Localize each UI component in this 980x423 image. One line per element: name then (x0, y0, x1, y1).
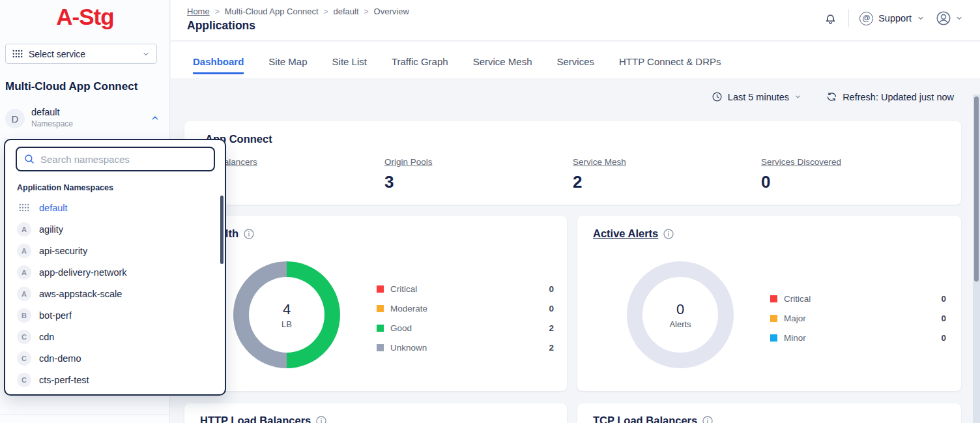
namespace-dropdown-panel: Application Namespaces default A agility… (4, 139, 226, 396)
namespace-item-bot-perf[interactable]: B bot-perf (5, 304, 220, 326)
stat-services-discovered-link[interactable]: Services Discovered (761, 157, 841, 167)
tab-dashboard[interactable]: Dashboard (193, 56, 244, 74)
page-scrollbar-thumb[interactable] (974, 96, 979, 282)
active-alerts-title-link[interactable]: Active Alerts (593, 227, 658, 240)
stat-origin-pools-link[interactable]: Origin Pools (384, 157, 433, 167)
notifications-bell-icon[interactable] (823, 11, 838, 26)
namespace-item-app-delivery-network[interactable]: A app-delivery-network (5, 261, 220, 283)
active-alerts-donut-label: Alerts (669, 319, 691, 329)
tab-site-list[interactable]: Site List (332, 56, 367, 74)
tab-bar: Dashboard Site Map Site List Traffic Gra… (193, 56, 721, 74)
breadcrumb-namespace[interactable]: default (334, 7, 359, 16)
namespace-name: default (31, 107, 60, 117)
moderate-swatch (377, 305, 384, 312)
namespace-item-cdn-demo[interactable]: C cdn-demo (5, 347, 220, 369)
chevron-up-icon (151, 113, 160, 123)
lb-health-donut-label: LB (281, 319, 292, 329)
header-divider (848, 9, 849, 27)
chevron-down-icon (794, 93, 801, 100)
major-swatch (770, 315, 777, 322)
chevron-down-icon (917, 14, 925, 22)
stat-origin-pools: Origin Pools 3 (384, 157, 573, 192)
breadcrumb-home[interactable]: Home (187, 7, 210, 16)
tab-site-map[interactable]: Site Map (268, 56, 307, 74)
active-alerts-donut-value: 0 (676, 301, 684, 318)
lb-health-donut-chart: 4 LB (233, 261, 340, 368)
breadcrumb-separator: > (364, 7, 369, 16)
stat-service-mesh-value: 2 (573, 172, 761, 192)
tcp-load-balancers-card: TCP Load Balancers (577, 403, 961, 423)
letter-avatar: C (17, 330, 31, 344)
refresh-icon (826, 91, 837, 102)
minor-swatch (770, 334, 777, 342)
namespace-item-cdn[interactable]: C cdn (5, 326, 220, 347)
tcp-lb-card-title: TCP Load Balancers (593, 415, 713, 423)
active-alerts-card: Active Alerts 0 Alerts Critical 0 Major … (577, 216, 961, 391)
namespace-item-agility[interactable]: A agility (5, 218, 220, 240)
product-title: Multi-Cloud App Connect (5, 80, 137, 93)
chevron-down-icon (955, 14, 963, 22)
namespace-item-cts-perf-test[interactable]: C cts-perf-test (5, 369, 220, 390)
info-icon[interactable] (702, 416, 713, 423)
namespace-item-aws-appstack-scale[interactable]: A aws-appstack-scale (5, 283, 220, 304)
tab-service-mesh[interactable]: Service Mesh (473, 56, 532, 74)
info-icon[interactable] (316, 416, 326, 423)
breadcrumb: Home > Multi-Cloud App Connect > default… (187, 7, 409, 16)
tab-services[interactable]: Services (557, 56, 595, 74)
select-service-label: Select service (29, 49, 85, 59)
tab-http-connect-drps[interactable]: HTTP Connect & DRPs (619, 56, 721, 74)
stat-service-mesh-link[interactable]: Service Mesh (573, 157, 626, 167)
namespace-section-label: Application Namespaces (17, 183, 113, 192)
active-alerts-card-title: Active Alerts (593, 227, 674, 240)
legend-row-critical: Critical 0 (377, 279, 554, 299)
lb-health-legend: Critical 0 Moderate 0 Good 2 Unknown 2 (377, 279, 554, 357)
legend-row-minor: Minor 0 (770, 328, 946, 347)
search-icon (23, 153, 35, 165)
brand-logo[interactable]: A-Stg (0, 4, 170, 30)
lb-health-card: LB Health 4 LB Critical 0 Moderate 0 Goo… (184, 216, 567, 391)
letter-avatar: A (17, 287, 31, 301)
namespace-sublabel: Namespace (31, 119, 73, 128)
info-icon[interactable] (663, 229, 674, 239)
legend-row-moderate: Moderate 0 (377, 299, 554, 318)
chevron-down-icon (142, 50, 150, 58)
letter-avatar: B (17, 308, 31, 323)
tab-traffic-graph[interactable]: Traffic Graph (392, 56, 448, 74)
namespace-item-default[interactable]: default (5, 197, 220, 218)
letter-avatar: C (17, 373, 31, 387)
http-load-balancers-card: HTTP Load Balancers (184, 403, 567, 423)
stat-services-discovered: Services Discovered 0 (761, 157, 949, 192)
stat-services-discovered-value: 0 (761, 172, 949, 192)
stat-service-mesh: Service Mesh 2 (573, 157, 761, 192)
time-range-label: Last 5 minutes (728, 92, 789, 102)
select-service-dropdown[interactable]: Select service (5, 44, 157, 64)
active-alerts-donut-chart: 0 Alerts (627, 261, 734, 368)
refresh-button[interactable]: Refresh: Updated just now (826, 91, 954, 102)
letter-avatar: C (17, 351, 31, 366)
info-icon[interactable] (244, 229, 254, 239)
unknown-swatch (377, 344, 384, 351)
namespace-search-input[interactable] (40, 154, 207, 165)
legend-row-unknown: Unknown 2 (377, 338, 554, 357)
namespace-avatar: D (5, 109, 25, 128)
critical-swatch (377, 285, 384, 293)
breadcrumb-overview[interactable]: Overview (374, 7, 409, 16)
support-menu[interactable]: @ Support (859, 12, 925, 25)
namespace-search-box (16, 147, 215, 171)
support-label: Support (878, 13, 912, 23)
account-menu[interactable] (935, 10, 963, 27)
namespace-item-api-security[interactable]: A api-security (5, 240, 220, 261)
dashboard-toolbar: Last 5 minutes Refresh: Updated just now (712, 91, 954, 102)
http-lb-card-title: HTTP Load Balancers (200, 415, 326, 423)
dropdown-scrollbar-thumb[interactable] (220, 196, 223, 264)
account-icon (935, 10, 952, 27)
letter-avatar: A (17, 265, 31, 280)
refresh-status-label: Refresh: Updated just now (843, 92, 954, 102)
top-header: Home > Multi-Cloud App Connect > default… (171, 0, 980, 41)
namespace-selector[interactable]: D default Namespace (5, 104, 165, 133)
breadcrumb-service[interactable]: Multi-Cloud App Connect (225, 7, 319, 16)
letter-avatar: A (17, 222, 31, 237)
grid-icon (12, 50, 23, 58)
time-range-selector[interactable]: Last 5 minutes (712, 91, 801, 102)
grid-icon (19, 203, 29, 212)
